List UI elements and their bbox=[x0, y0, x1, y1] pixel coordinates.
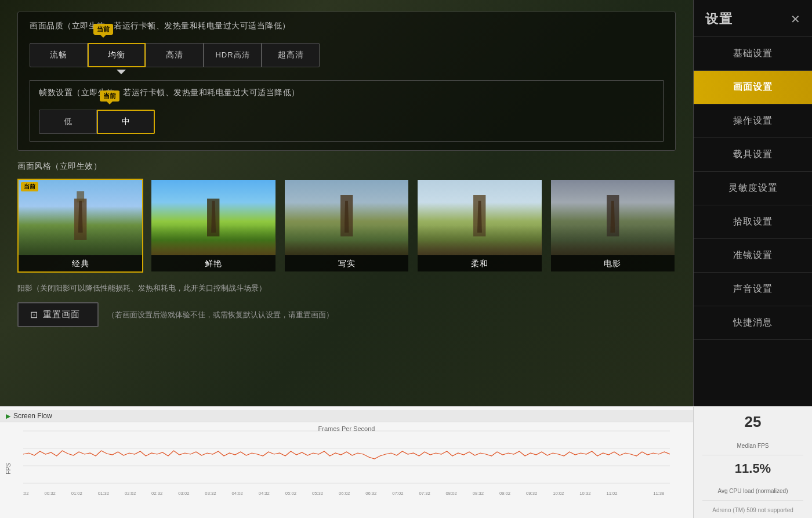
fps-current-badge: 当前 bbox=[100, 90, 119, 102]
style-realistic-card[interactable]: 写实 bbox=[284, 179, 409, 273]
svg-text:09:32: 09:32 bbox=[526, 491, 537, 496]
chart-header-title: Screen Flow bbox=[13, 412, 52, 420]
svg-text:11:02: 11:02 bbox=[606, 491, 617, 496]
style-classic-label: 经典 bbox=[19, 255, 142, 271]
reset-hint: （若画面设置后游戏体验不佳，或需恢复默认认设置，请重置画面） bbox=[107, 310, 676, 320]
gpu-note: Adreno (TM) 509 not supported bbox=[702, 506, 803, 515]
stat-divider-2 bbox=[702, 500, 803, 501]
style-soft-thumb bbox=[418, 180, 541, 255]
svg-text:00:02: 00:02 bbox=[23, 491, 29, 496]
style-cinematic-thumb bbox=[551, 180, 675, 255]
style-classic-card[interactable]: 当前 bbox=[17, 179, 143, 273]
svg-text:02:02: 02:02 bbox=[125, 491, 136, 496]
chart-y-label: FPS bbox=[5, 463, 12, 474]
style-soft-label: 柔和 bbox=[418, 255, 541, 271]
svg-rect-1 bbox=[74, 199, 86, 241]
reset-area: ⊡ 重置画面 （若画面设置后游戏体验不佳，或需恢复默认认设置，请重置画面） bbox=[17, 302, 676, 327]
cpu-value: 11.5% bbox=[702, 461, 803, 476]
style-cinematic-card[interactable]: 电影 bbox=[550, 179, 676, 273]
svg-rect-3 bbox=[151, 180, 275, 255]
sidebar-nav: 基础设置 画面设置 操作设置 载具设置 灵敏度设置 拾取设置 准镜设置 声音设置… bbox=[694, 37, 812, 406]
svg-rect-4 bbox=[207, 199, 219, 237]
quality-hd-btn[interactable]: 高清 bbox=[146, 43, 204, 67]
svg-text:00:32: 00:32 bbox=[45, 491, 56, 496]
svg-text:07:32: 07:32 bbox=[419, 491, 430, 496]
style-vivid-thumb bbox=[151, 180, 275, 255]
fps-low-btn[interactable]: 低 bbox=[39, 110, 97, 134]
svg-rect-9 bbox=[551, 180, 675, 255]
stats-panel: 25 Median FPS 11.5% Avg CPU load (normal… bbox=[693, 407, 812, 518]
svg-text:05:32: 05:32 bbox=[312, 491, 323, 496]
style-section: 画面风格（立即生效） 当前 bbox=[17, 161, 676, 273]
style-realistic-label: 写实 bbox=[285, 255, 408, 271]
fps-section-title: 帧数设置（立即生效；若运行卡顿、发热量和耗电量过大可适当降低） bbox=[39, 88, 654, 98]
style-vivid-label: 鲜艳 bbox=[151, 255, 275, 271]
quality-hdr-btn[interactable]: HDR高清 bbox=[204, 43, 262, 67]
svg-text:09:02: 09:02 bbox=[499, 491, 510, 496]
sidebar-header: 设置 ✕ bbox=[694, 0, 812, 37]
svg-text:10:32: 10:32 bbox=[579, 491, 590, 496]
svg-text:04:02: 04:02 bbox=[232, 491, 243, 496]
sidebar-item-basic[interactable]: 基础设置 bbox=[694, 37, 812, 71]
sidebar-item-scope[interactable]: 准镜设置 bbox=[694, 239, 812, 273]
svg-rect-8 bbox=[473, 195, 485, 237]
sidebar-item-audio[interactable]: 声音设置 bbox=[694, 273, 812, 306]
chart-header: ▶ Screen Flow bbox=[0, 410, 693, 422]
style-vivid-card[interactable]: 鲜艳 bbox=[150, 179, 276, 273]
bottom-panel: ▶ Screen Flow Frames Per Second FPS 29.7… bbox=[0, 406, 812, 518]
reset-icon: ⊡ bbox=[30, 309, 38, 320]
quality-section-title: 画面品质（立即生效，若运行卡顿、发热量和耗电量过大可适当降低） bbox=[30, 21, 664, 31]
sidebar-item-graphics[interactable]: 画面设置 bbox=[694, 71, 812, 104]
quality-smooth-btn[interactable]: 流畅 bbox=[30, 43, 88, 67]
svg-rect-6 bbox=[340, 195, 353, 237]
style-soft-card[interactable]: 柔和 bbox=[416, 179, 542, 273]
sidebar-item-controls[interactable]: 操作设置 bbox=[694, 104, 812, 138]
style-grid: 当前 bbox=[17, 179, 676, 273]
fps-inner-box: 帧数设置（立即生效；若运行卡顿、发热量和耗电量过大可适当降低） 当前 低 中 bbox=[30, 80, 664, 142]
quality-current-badge: 当前 bbox=[93, 24, 113, 35]
chart-area: ▶ Screen Flow Frames Per Second FPS 29.7… bbox=[0, 407, 693, 518]
chart-canvas-area: Frames Per Second FPS 29.7 20 10 0 00:02… bbox=[0, 422, 693, 515]
svg-text:01:32: 01:32 bbox=[98, 491, 109, 496]
stat-divider-1 bbox=[702, 455, 803, 455]
style-realistic-thumb bbox=[285, 180, 408, 255]
sidebar-item-sensitivity[interactable]: 灵敏度设置 bbox=[694, 172, 812, 205]
sidebar-item-shortcuts[interactable]: 快捷消息 bbox=[694, 306, 812, 340]
fps-value: 25 bbox=[702, 413, 803, 431]
fps-medium-btn[interactable]: 中 bbox=[97, 110, 155, 134]
screen-flow-icon: ▶ bbox=[6, 412, 10, 420]
svg-text:10:02: 10:02 bbox=[553, 491, 564, 496]
shadow-text: 阳影（关闭阳影可以降低性能损耗、发热和耗电，此开关口控制战斗场景） bbox=[17, 283, 676, 294]
svg-text:01:02: 01:02 bbox=[71, 491, 82, 496]
svg-rect-2 bbox=[77, 191, 84, 203]
style-section-title: 画面风格（立即生效） bbox=[17, 161, 676, 172]
svg-text:05:02: 05:02 bbox=[285, 491, 296, 496]
fps-label: Median FPS bbox=[702, 443, 803, 449]
svg-text:04:32: 04:32 bbox=[259, 491, 270, 496]
svg-rect-7 bbox=[418, 180, 541, 255]
quality-balanced-btn[interactable]: 均衡 bbox=[88, 43, 146, 67]
reset-button[interactable]: ⊡ 重置画面 bbox=[17, 302, 99, 327]
settings-content: 画面品质（立即生效，若运行卡顿、发热量和耗电量过大可适当降低） 当前 流畅 均衡… bbox=[0, 0, 693, 406]
svg-text:06:32: 06:32 bbox=[365, 491, 376, 496]
sidebar-title: 设置 bbox=[705, 10, 733, 28]
fps-btn-row: 低 中 bbox=[39, 110, 155, 134]
svg-text:06:02: 06:02 bbox=[339, 491, 350, 496]
svg-text:07:02: 07:02 bbox=[392, 491, 403, 496]
style-cinematic-label: 电影 bbox=[551, 255, 675, 271]
cpu-label: Avg CPU load (normalized) bbox=[702, 488, 803, 494]
sidebar-item-vehicles[interactable]: 载具设置 bbox=[694, 138, 812, 172]
style-current-badge: 当前 bbox=[21, 182, 38, 191]
quality-ultra-btn[interactable]: 超高清 bbox=[262, 43, 320, 67]
svg-rect-10 bbox=[607, 195, 619, 237]
close-button[interactable]: ✕ bbox=[791, 12, 800, 26]
quality-btn-row: 流畅 均衡 高清 HDR高清 超高清 bbox=[30, 43, 320, 67]
svg-text:03:02: 03:02 bbox=[178, 491, 189, 496]
svg-rect-5 bbox=[285, 180, 408, 255]
svg-text:03:32: 03:32 bbox=[205, 491, 216, 496]
sidebar-item-pickup[interactable]: 拾取设置 bbox=[694, 205, 812, 239]
fps-chart: 29.7 20 10 0 00:02 00:32 01:02 01:32 02:… bbox=[23, 425, 670, 501]
settings-sidebar: 设置 ✕ 基础设置 画面设置 操作设置 载具设置 灵敏度设置 拾取设置 准镜设置… bbox=[693, 0, 812, 406]
chart-title: Frames Per Second bbox=[318, 425, 375, 432]
reset-btn-label: 重置画面 bbox=[43, 309, 80, 320]
